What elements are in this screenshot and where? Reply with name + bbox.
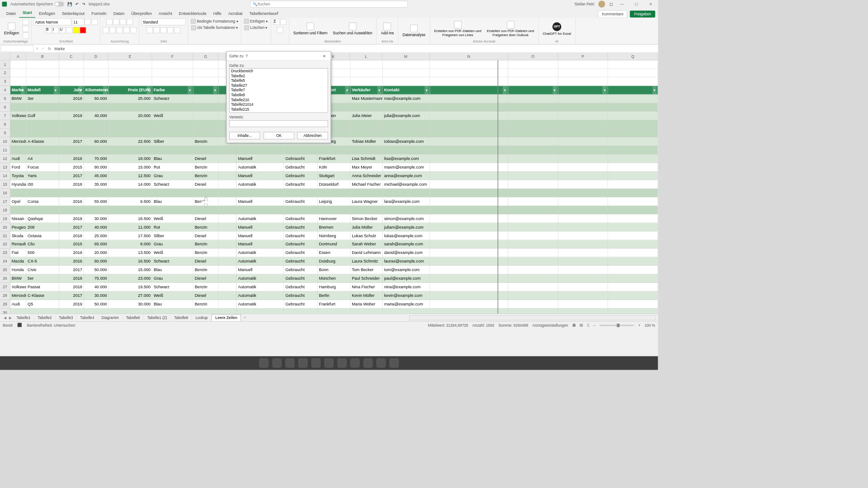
cell[interactable]: [430, 283, 508, 291]
cell[interactable]: Automatik: [236, 300, 284, 309]
column-header[interactable]: B: [26, 53, 59, 60]
align-middle-icon[interactable]: [113, 19, 119, 25]
sort-filter[interactable]: Sortieren und Filtern: [291, 22, 330, 36]
cell[interactable]: 2016: [59, 197, 84, 206]
save-icon[interactable]: 💾: [67, 2, 72, 6]
cell[interactable]: [219, 172, 236, 180]
cell[interactable]: Golf: [26, 112, 59, 120]
cell[interactable]: [558, 163, 608, 172]
cell[interactable]: 15.000: [108, 266, 152, 274]
cell[interactable]: [430, 291, 508, 300]
cell[interactable]: C-Klasse: [26, 291, 59, 300]
undo-icon[interactable]: ↶: [75, 2, 79, 6]
cell[interactable]: [430, 257, 508, 266]
column-header[interactable]: P: [558, 53, 608, 60]
goto-item[interactable]: Tabelle210: [230, 97, 328, 102]
cell[interactable]: [26, 77, 59, 86]
row-header[interactable]: 5: [0, 94, 10, 103]
cell[interactable]: Grau: [152, 240, 193, 249]
cell[interactable]: [84, 69, 109, 77]
indent-inc-icon[interactable]: [130, 27, 137, 33]
cell[interactable]: Ford: [10, 163, 26, 172]
cell[interactable]: tom@example.com: [383, 266, 430, 274]
cell[interactable]: Automatik: [236, 274, 284, 283]
tab-formeln[interactable]: Formeln: [88, 9, 110, 18]
find-select[interactable]: Suchen und Auswählen: [331, 22, 374, 36]
row-header[interactable]: 9: [0, 129, 10, 137]
cell[interactable]: [558, 223, 608, 231]
cell[interactable]: Manuell: [236, 240, 284, 249]
row-header[interactable]: 29: [0, 300, 10, 309]
sheet-tab[interactable]: Tabelle1: [13, 314, 34, 321]
cell[interactable]: [10, 77, 26, 86]
fill-icon[interactable]: [280, 19, 287, 25]
cell[interactable]: [383, 189, 430, 197]
cell[interactable]: [508, 291, 558, 300]
cell[interactable]: [430, 146, 508, 155]
cell[interactable]: 18.000: [108, 155, 152, 163]
cell[interactable]: [152, 146, 193, 155]
cell[interactable]: [430, 309, 508, 314]
paste-button[interactable]: Einfügen: [2, 22, 21, 36]
cell[interactable]: 2019: [59, 215, 84, 223]
cell[interactable]: Gebraucht: [284, 249, 317, 257]
cell[interactable]: Grau: [152, 172, 193, 180]
cell[interactable]: [84, 146, 109, 155]
switch-icon[interactable]: [54, 2, 64, 7]
row-header[interactable]: 12: [0, 155, 10, 163]
cell[interactable]: Volkswagen: [10, 283, 26, 291]
cell[interactable]: [558, 146, 608, 155]
cell[interactable]: [193, 77, 219, 86]
cell[interactable]: [59, 129, 84, 137]
cell[interactable]: [508, 137, 558, 146]
ok-button[interactable]: OK: [264, 132, 294, 140]
cell[interactable]: michael@example.com: [383, 180, 430, 189]
cell[interactable]: [84, 77, 109, 86]
cell[interactable]: [284, 309, 317, 314]
cell[interactable]: [383, 129, 430, 137]
close-icon[interactable]: ✕: [646, 1, 656, 8]
sheet-nav-prev-icon[interactable]: ◀: [2, 315, 8, 320]
cell[interactable]: [193, 129, 219, 137]
cell[interactable]: maria@example.com: [383, 300, 430, 309]
cell[interactable]: [558, 103, 608, 112]
cell[interactable]: julia@example.com: [383, 112, 430, 120]
tab-entwicklertools[interactable]: Entwicklertools: [175, 9, 210, 18]
cell[interactable]: [558, 283, 608, 291]
cell[interactable]: [508, 172, 558, 180]
row-header[interactable]: 15: [0, 180, 10, 189]
currency-icon[interactable]: [147, 27, 153, 33]
cell[interactable]: Benzin: [193, 266, 219, 274]
cell[interactable]: [26, 309, 59, 314]
cell[interactable]: [219, 231, 236, 240]
cell[interactable]: Weiß: [152, 249, 193, 257]
cell[interactable]: 2018: [59, 274, 84, 283]
cell[interactable]: 18.500: [108, 215, 152, 223]
cell[interactable]: Benzin: [193, 240, 219, 249]
cell[interactable]: [558, 120, 608, 129]
cell[interactable]: [508, 197, 558, 206]
row-header[interactable]: 7: [0, 112, 10, 120]
cell[interactable]: [608, 172, 658, 180]
cell[interactable]: 2017: [59, 291, 84, 300]
cell[interactable]: Renault: [10, 240, 26, 249]
sheet-tab[interactable]: Lookup: [192, 314, 212, 321]
cell[interactable]: [608, 266, 658, 274]
cell[interactable]: Rot: [152, 163, 193, 172]
tab-hilfe[interactable]: Hilfe: [210, 9, 225, 18]
tab-überprüfen[interactable]: Überprüfen: [128, 9, 156, 18]
cell[interactable]: Focus: [26, 163, 59, 172]
align-center-icon[interactable]: [110, 27, 116, 33]
cell[interactable]: [317, 309, 350, 314]
cell[interactable]: [558, 112, 608, 120]
cell[interactable]: München: [317, 274, 350, 283]
row-header[interactable]: 10: [0, 137, 10, 146]
cell[interactable]: Hamburg: [317, 283, 350, 291]
cell[interactable]: 30.000: [84, 215, 109, 223]
cell[interactable]: [430, 120, 508, 129]
cell[interactable]: [508, 189, 558, 197]
cell[interactable]: Automatik: [236, 283, 284, 291]
cell[interactable]: [508, 309, 558, 314]
cell[interactable]: [284, 189, 317, 197]
cell[interactable]: 50.000: [84, 94, 109, 103]
